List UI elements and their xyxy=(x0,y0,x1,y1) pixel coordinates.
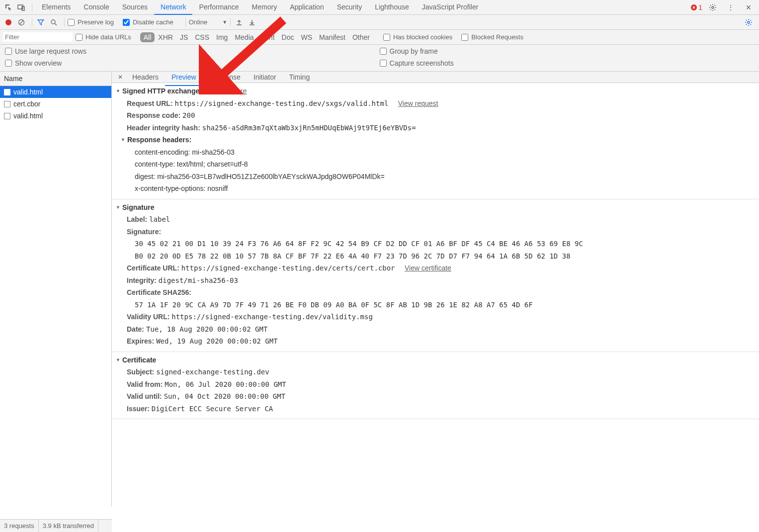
divider xyxy=(185,18,186,27)
device-toggle-icon[interactable] xyxy=(16,2,27,13)
error-count-value: 1 xyxy=(698,3,702,11)
request-list: Name valid.htmlcert.cborvalid.html xyxy=(0,72,112,507)
network-settings-gear-icon[interactable] xyxy=(743,17,754,28)
request-row[interactable]: cert.cbor xyxy=(0,98,111,110)
tab-memory[interactable]: Memory xyxy=(246,0,284,15)
error-count[interactable]: 1 xyxy=(690,3,702,11)
certificate-section-title[interactable]: Certificate xyxy=(116,356,156,364)
view-certificate-link[interactable]: View certificate xyxy=(405,264,451,272)
preserve-log[interactable]: Preserve log xyxy=(68,18,114,26)
status-transferred: 3.9 kB transferred xyxy=(39,520,98,532)
response-header: digest: mi-sha256-03=LB7wdlHO51Z1Ze600lb… xyxy=(116,171,755,183)
response-headers-toggle[interactable]: Response headers: xyxy=(112,134,755,146)
svg-point-7 xyxy=(51,20,55,24)
file-icon xyxy=(4,101,10,107)
tab-network[interactable]: Network xyxy=(154,0,192,15)
type-filter-doc[interactable]: Doc xyxy=(278,32,298,42)
tab-performance[interactable]: Performance xyxy=(192,0,245,15)
gear-icon[interactable] xyxy=(707,2,718,13)
view-request-link[interactable]: View request xyxy=(398,99,438,107)
detail-pane: ✕ HeadersPreviewResponseInitiatorTiming … xyxy=(112,72,759,507)
learn-more-link[interactable]: Learn more xyxy=(211,87,247,95)
file-icon xyxy=(4,113,10,119)
svg-point-4 xyxy=(5,19,11,25)
type-filter-media[interactable]: Media xyxy=(231,32,257,42)
tab-console[interactable]: Console xyxy=(77,0,115,15)
tab-lighthouse[interactable]: Lighthouse xyxy=(368,0,416,15)
inspect-icon[interactable] xyxy=(3,2,14,13)
name-column-header[interactable]: Name xyxy=(0,72,111,86)
hide-data-urls[interactable]: Hide data URLs xyxy=(76,33,131,41)
cert-sha-hex: 57 1A 1F 20 9C CA A9 7D 7F 49 71 26 BE F… xyxy=(116,299,755,311)
devtools-tab-bar: ElementsConsoleSourcesNetworkPerformance… xyxy=(0,0,759,15)
filter-input[interactable] xyxy=(3,32,73,42)
preview-body: Signed HTTP exchange Learn more Request … xyxy=(112,83,759,507)
show-overview[interactable]: Show overview xyxy=(5,59,371,67)
divider xyxy=(32,18,32,27)
type-filter-img[interactable]: Img xyxy=(213,32,231,42)
has-blocked-cookies[interactable]: Has blocked cookies xyxy=(383,33,452,41)
upload-icon[interactable] xyxy=(234,17,245,28)
use-large-rows[interactable]: Use large request rows xyxy=(5,47,371,55)
request-name: valid.html xyxy=(13,88,43,96)
tab-security[interactable]: Security xyxy=(331,0,369,15)
divider xyxy=(32,3,32,12)
file-icon xyxy=(4,89,10,95)
blocked-requests[interactable]: Blocked Requests xyxy=(461,33,523,41)
signature-hex: 30 45 02 21 00 D1 10 39 24 F3 76 A6 64 8… xyxy=(116,238,755,250)
group-by-frame[interactable]: Group by frame xyxy=(380,47,746,55)
type-filter-js[interactable]: JS xyxy=(176,32,191,42)
type-filter-ws[interactable]: WS xyxy=(297,32,316,42)
kebab-menu-icon[interactable]: ⋮ xyxy=(725,2,736,13)
tab-elements[interactable]: Elements xyxy=(35,0,77,15)
capture-screenshots[interactable]: Capture screenshots xyxy=(380,59,746,67)
tab-javascript-profiler[interactable]: JavaScript Profiler xyxy=(416,0,485,15)
response-header: content-encoding: mi-sha256-03 xyxy=(116,146,755,159)
throttle-select[interactable]: Online▼ xyxy=(189,18,227,26)
svg-point-9 xyxy=(748,21,750,23)
signature-section-title[interactable]: Signature xyxy=(116,203,155,211)
svg-point-3 xyxy=(712,6,714,8)
filter-icon[interactable] xyxy=(35,17,46,28)
network-options: Use large request rows Group by frame Sh… xyxy=(0,45,759,72)
detail-tabs: ✕ HeadersPreviewResponseInitiatorTiming xyxy=(112,72,759,83)
clear-icon[interactable] xyxy=(16,17,27,28)
status-bar: 3 requests 3.9 kB transferred xyxy=(0,519,112,532)
download-icon[interactable] xyxy=(247,17,257,28)
signature-hex: B0 02 20 0D E5 78 22 0B 10 57 7B 8A CF B… xyxy=(116,250,755,263)
tab-application[interactable]: Application xyxy=(283,0,331,15)
divider xyxy=(64,18,65,27)
divider xyxy=(230,18,231,27)
type-filter-manifest[interactable]: Manifest xyxy=(316,32,349,42)
request-row[interactable]: valid.html xyxy=(0,86,111,98)
type-filter-font[interactable]: Font xyxy=(257,32,278,42)
network-toolbar: Preserve log Disable cache Online▼ xyxy=(0,15,759,30)
request-row[interactable]: valid.html xyxy=(0,110,111,122)
record-icon[interactable] xyxy=(3,17,14,28)
type-filter-css[interactable]: CSS xyxy=(191,32,213,42)
type-filter-all[interactable]: All xyxy=(140,32,155,42)
request-name: cert.cbor xyxy=(13,100,40,108)
tab-sources[interactable]: Sources xyxy=(116,0,154,15)
request-name: valid.html xyxy=(13,112,43,120)
response-header: content-type: text/html; charset=utf-8 xyxy=(116,158,755,171)
disable-cache[interactable]: Disable cache xyxy=(123,18,173,26)
filter-bar: Hide data URLs AllXHRJSCSSImgMediaFontDo… xyxy=(0,30,759,45)
type-filter-xhr[interactable]: XHR xyxy=(155,32,176,42)
sxg-section-title[interactable]: Signed HTTP exchange xyxy=(116,87,199,95)
svg-line-8 xyxy=(55,23,57,25)
type-filter-other[interactable]: Other xyxy=(349,32,373,42)
close-icon[interactable]: ✕ xyxy=(743,2,754,13)
close-detail-icon[interactable]: ✕ xyxy=(115,72,126,83)
svg-line-6 xyxy=(19,20,23,24)
response-header: x-content-type-options: nosniff xyxy=(116,182,755,195)
search-icon[interactable] xyxy=(48,17,59,28)
status-requests: 3 requests xyxy=(0,520,39,532)
type-filter-pills: AllXHRJSCSSImgMediaFontDocWSManifestOthe… xyxy=(140,32,373,42)
